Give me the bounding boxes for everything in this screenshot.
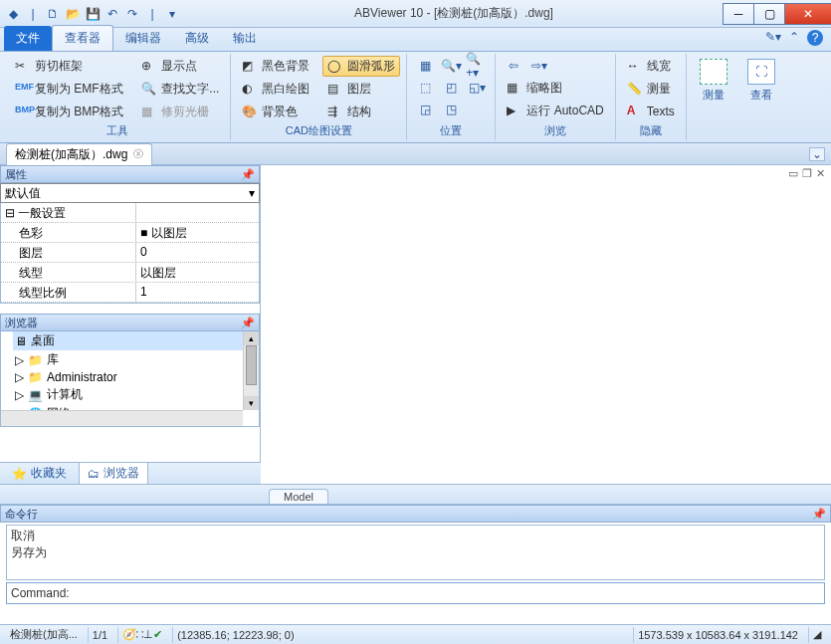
close-tab-icon[interactable]: ⓧ <box>133 147 143 161</box>
prop-key: 线型比例 <box>1 283 136 302</box>
new-icon[interactable]: 🗋 <box>44 5 62 23</box>
smooth-arc-button[interactable]: ◯圆滑弧形 <box>322 56 400 77</box>
tab-file[interactable]: 文件 <box>4 26 52 51</box>
tree-item-label: Administrator <box>47 370 117 384</box>
copy-emf-button[interactable]: EMF复制为 EMF格式 <box>10 79 128 100</box>
layers-button[interactable]: ▤图层 <box>322 79 400 100</box>
prop-group-header[interactable]: 一般设置 <box>1 203 259 223</box>
nav-left[interactable]: ⇦ <box>502 56 525 76</box>
view-big-button[interactable]: ⛶ 查看 <box>738 54 784 107</box>
tab-viewer[interactable]: 查看器 <box>52 25 113 51</box>
measure-big-button[interactable]: 测量 <box>691 54 736 107</box>
ribbon: ✂剪切框架 EMF复制为 EMF格式 BMP复制为 BMP格式 ⊕显示点 🔍查找… <box>0 52 831 143</box>
struct-button[interactable]: ⇶结构 <box>322 102 400 122</box>
pos-btn-8[interactable]: ◳ <box>439 100 463 119</box>
prop-row[interactable]: 线型比例1 <box>1 283 259 303</box>
close-button[interactable]: ✕ <box>784 3 831 25</box>
expand-tabs-icon[interactable]: ⌄ <box>809 147 825 161</box>
prop-value[interactable]: 1 <box>136 283 259 302</box>
folder-icon: 📁 <box>28 353 43 367</box>
canvas[interactable]: ▭ ❐ ✕ <box>261 165 831 462</box>
canvas-close-icon[interactable]: ✕ <box>816 167 825 180</box>
tree-root[interactable]: 🖥桌面 <box>13 331 259 350</box>
tree-item[interactable]: ▷ 💻计算机 <box>13 385 259 404</box>
command-input[interactable] <box>74 586 820 600</box>
bw-draw-button[interactable]: ◐黑白绘图 <box>237 79 314 100</box>
measure-big-label: 测量 <box>703 88 725 103</box>
find-text-button[interactable]: 🔍查找文字... <box>136 79 224 100</box>
arc-icon: ◯ <box>327 59 343 75</box>
document-tab[interactable]: 检测桩(加高版）.dwg ⓧ <box>6 143 152 165</box>
trim-raster-button[interactable]: ▦修剪光栅 <box>136 102 224 122</box>
canvas-restore-icon[interactable]: ❐ <box>802 167 812 180</box>
redo-icon[interactable]: ↷ <box>123 5 141 23</box>
tree-item[interactable]: ▷ 📁库 <box>13 350 259 369</box>
app-icon[interactable]: ◆ <box>4 5 22 23</box>
style-icon[interactable]: ✎▾ <box>765 30 781 46</box>
tree-hscroll[interactable] <box>1 410 243 426</box>
search-icon: 🔍 <box>141 82 157 98</box>
texts-button[interactable]: ATexts <box>622 102 680 121</box>
browser-tab[interactable]: 🗂浏览器 <box>79 462 148 485</box>
pin-icon[interactable]: 📌 <box>812 508 826 521</box>
pos-btn-4[interactable]: ⬚ <box>413 78 437 98</box>
property-grid: 一般设置 色彩■ 以图层 图层0 线型以图层 线型比例1 <box>0 203 260 304</box>
undo-icon[interactable]: ↶ <box>104 5 121 23</box>
tab-output[interactable]: 输出 <box>221 26 269 51</box>
nav-right[interactable]: ⇨▾ <box>527 56 551 76</box>
qat-dropdown-icon[interactable]: ▾ <box>163 5 181 23</box>
pin-icon[interactable]: 📌 <box>241 168 255 181</box>
minimize-button[interactable]: ─ <box>723 3 754 25</box>
command-input-row: Command: <box>6 582 825 604</box>
pos-btn-3[interactable]: 🔍+▾ <box>465 56 489 76</box>
status-icon-2[interactable]: ⸬ <box>136 628 143 641</box>
maximize-button[interactable]: ▢ <box>753 3 785 25</box>
tree-vscroll[interactable]: ▴▾ <box>243 331 259 410</box>
tab-editor[interactable]: 编辑器 <box>113 26 173 51</box>
copy-bmp-button[interactable]: BMP复制为 BMP格式 <box>10 102 128 122</box>
pos-btn-2[interactable]: 🔍▾ <box>439 56 463 76</box>
prop-row[interactable]: 图层0 <box>1 243 259 263</box>
measure-label: 测量 <box>647 81 671 98</box>
prop-value[interactable]: 以图层 <box>136 263 259 282</box>
pos-btn-7[interactable]: ◲ <box>413 100 437 119</box>
target-icon: ⊕ <box>141 59 157 75</box>
run-acad-button[interactable]: ▶运行 AutoCAD <box>502 101 608 121</box>
status-icon-3[interactable]: ⊥ <box>143 628 153 641</box>
pos-btn-1[interactable]: ▦ <box>413 56 437 76</box>
pin-icon[interactable]: 📌 <box>241 317 255 329</box>
black-bg-button[interactable]: ◩黑色背景 <box>237 56 314 77</box>
pos-btn-5[interactable]: ◰ <box>439 78 463 98</box>
collapse-ribbon-icon[interactable]: ⌃ <box>789 30 799 46</box>
show-point-button[interactable]: ⊕显示点 <box>136 56 224 77</box>
help-icon[interactable]: ? <box>807 30 823 46</box>
save-icon[interactable]: 💾 <box>84 5 102 23</box>
bg-color-button[interactable]: 🎨背景色 <box>237 102 314 122</box>
tree-item[interactable]: ▷ 📁Administrator <box>13 369 259 385</box>
model-tab[interactable]: Model <box>269 489 328 504</box>
favorites-tab[interactable]: ⭐收藏夹 <box>4 463 75 484</box>
group-hide: ↔线宽 📏测量 ATexts 隐藏 <box>616 54 687 140</box>
open-icon[interactable]: 📂 <box>64 5 82 23</box>
clip-frame-button[interactable]: ✂剪切框架 <box>10 56 128 77</box>
window-title: ABViewer 10 - [检测桩(加高版）.dwg] <box>185 5 723 22</box>
thumb-button[interactable]: ▦缩略图 <box>502 78 608 99</box>
default-combo[interactable]: 默认值 ▾ <box>0 183 260 203</box>
canvas-min-icon[interactable]: ▭ <box>788 167 798 180</box>
tab-advanced[interactable]: 高级 <box>173 26 221 51</box>
status-icon-1[interactable]: 🧭 <box>122 628 136 641</box>
prop-row[interactable]: 色彩■ 以图层 <box>1 223 259 243</box>
pos-btn-6[interactable]: ◱▾ <box>465 78 489 98</box>
prop-value[interactable]: ■ 以图层 <box>136 223 259 242</box>
status-icon-4[interactable]: ✔ <box>153 628 162 641</box>
linewidth-button[interactable]: ↔线宽 <box>622 56 680 77</box>
prop-value[interactable]: 0 <box>136 243 259 262</box>
command-history[interactable]: 取消 另存为 <box>6 525 825 580</box>
document-tab-row: 检测桩(加高版）.dwg ⓧ ⌄ <box>0 143 831 165</box>
status-resize-icon[interactable]: ◢ <box>808 627 825 643</box>
measure-button[interactable]: 📏测量 <box>622 79 680 100</box>
main-area: 属性 📌 默认值 ▾ 一般设置 色彩■ 以图层 图层0 线型以图层 线型比例1 … <box>0 165 831 462</box>
thumb-label: 缩略图 <box>526 80 562 97</box>
sep-icon: | <box>143 5 161 23</box>
prop-row[interactable]: 线型以图层 <box>1 263 259 283</box>
